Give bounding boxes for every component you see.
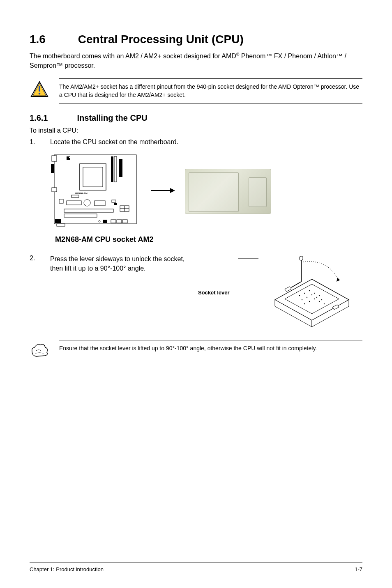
svg-point-47	[314, 293, 314, 294]
svg-point-46	[309, 290, 309, 291]
intro-paragraph: The motherboard comes with an AM2 / AM2+…	[30, 52, 362, 70]
step-2: 2. Press the lever sideways to unlock th…	[30, 255, 362, 330]
svg-rect-2	[39, 86, 40, 92]
svg-point-51	[311, 294, 312, 295]
svg-rect-21	[114, 203, 117, 205]
svg-point-53	[321, 299, 322, 300]
svg-rect-6	[51, 164, 54, 173]
hand-icon	[30, 340, 49, 357]
step-2-text: Press the lever sideways to unlock the s…	[50, 255, 190, 273]
arrow-icon	[150, 186, 175, 196]
svg-rect-11	[114, 156, 117, 182]
label-leader-line	[238, 255, 258, 262]
svg-rect-39	[300, 256, 303, 260]
svg-rect-16	[59, 199, 63, 203]
footer-left: Chapter 1: Product introduction	[30, 566, 104, 572]
svg-point-18	[84, 200, 90, 206]
figure-row: M2N68-AM	[50, 152, 362, 231]
svg-rect-17	[67, 201, 81, 205]
svg-rect-15	[71, 195, 79, 198]
intro-text-1: The motherboard comes with an AM2 / AM2+…	[30, 53, 236, 60]
board-label-text: M2N68-AM	[75, 192, 88, 195]
svg-rect-27	[103, 220, 107, 223]
section-number: 1.6	[30, 33, 75, 46]
svg-point-48	[318, 295, 319, 296]
section-title: Central Processing Unit (CPU)	[78, 33, 244, 46]
subsection-heading: 1.6.1 Installing the CPU	[30, 113, 362, 123]
svg-rect-9	[69, 157, 70, 158]
section-heading: 1.6 Central Processing Unit (CPU)	[30, 33, 362, 46]
svg-rect-23	[64, 214, 97, 217]
svg-rect-7	[52, 188, 57, 192]
svg-marker-35	[170, 188, 175, 193]
tip-note: Ensure that the socket lever is lifted u…	[30, 340, 362, 357]
caution-note: The AM2/AM2+ socket has a different pino…	[30, 78, 362, 103]
step-1: 1. Locate the CPU socket on the motherbo…	[30, 138, 362, 146]
svg-rect-12	[119, 159, 122, 177]
svg-rect-29	[117, 220, 122, 223]
step-2-content: Press the lever sideways to unlock the s…	[50, 255, 353, 330]
svg-point-55	[309, 301, 309, 302]
step-1-text: Locate the CPU socket on the motherboard…	[50, 138, 178, 146]
svg-point-54	[304, 303, 304, 304]
step-1-number: 1.	[30, 138, 38, 146]
subsection-title: Installing the CPU	[77, 113, 148, 122]
svg-point-49	[301, 299, 302, 300]
svg-rect-30	[122, 220, 127, 223]
svg-marker-59	[285, 287, 291, 292]
svg-rect-28	[111, 220, 116, 223]
caution-icon	[30, 78, 49, 97]
svg-point-26	[99, 220, 100, 222]
figure-caption: M2N68-AM CPU socket AM2	[55, 235, 362, 244]
step-2-number: 2.	[30, 255, 38, 330]
svg-rect-22	[64, 209, 113, 212]
page-footer: Chapter 1: Product introduction 1-7	[30, 563, 362, 572]
caution-text: The AM2/AM2+ socket has a different pino…	[59, 78, 362, 103]
tip-text: Ensure that the socket lever is lifted u…	[59, 340, 362, 357]
socket-lever-label: Socket lever	[198, 289, 230, 296]
svg-rect-19	[95, 201, 105, 206]
svg-rect-5	[52, 156, 57, 161]
subsection-number: 1.6.1	[30, 113, 75, 123]
svg-marker-37	[337, 278, 340, 282]
svg-point-3	[39, 93, 41, 95]
svg-rect-14	[83, 167, 103, 187]
svg-point-57	[318, 301, 319, 302]
svg-point-52	[316, 297, 317, 298]
svg-rect-10	[111, 156, 113, 182]
footer-right: 1-7	[355, 566, 362, 572]
svg-point-56	[314, 299, 314, 299]
svg-point-50	[306, 297, 307, 298]
svg-rect-20	[112, 200, 116, 202]
motherboard-diagram: M2N68-AM	[50, 152, 141, 231]
svg-rect-24	[55, 219, 61, 223]
svg-point-44	[299, 295, 300, 296]
svg-point-45	[304, 293, 304, 294]
socket-3d-diagram	[267, 255, 353, 330]
cpu-photo	[185, 169, 271, 214]
install-intro: To install a CPU:	[30, 127, 362, 134]
svg-point-58	[323, 303, 324, 304]
svg-rect-25	[57, 224, 65, 226]
